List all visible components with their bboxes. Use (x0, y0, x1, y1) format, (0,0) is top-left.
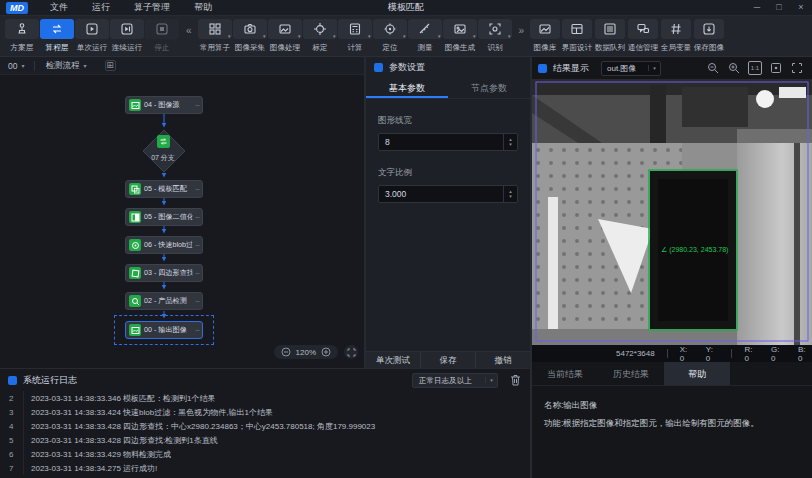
log-row[interactable]: 3 2023-03-31 14:38:33.424 快速blob过滤：黑色视为物… (0, 405, 530, 419)
spinner-control[interactable]: ▴▾ (503, 186, 517, 202)
global-save-image[interactable]: 保存图像 (693, 19, 725, 53)
fullscreen-button[interactable] (790, 61, 804, 75)
log-row[interactable]: 6 2023-03-31 14:38:33.429 物料检测完成 (0, 447, 530, 461)
parameter-panel-title: 参数设置 (389, 61, 425, 74)
pixel-g: G: 0 (771, 345, 786, 363)
menu-operator-manage[interactable]: 算子管理 (122, 0, 182, 15)
menu-file[interactable]: 文件 (38, 0, 80, 15)
close-button[interactable]: × (790, 0, 812, 15)
flow-node-image-source[interactable]: 04 - 图像源 ··· (125, 96, 203, 114)
node-more-button[interactable]: ··· (195, 214, 199, 221)
category-measure[interactable]: ▾ 测量 (408, 19, 442, 53)
log-panel-icon (8, 376, 17, 385)
node-more-button[interactable]: ··· (195, 327, 199, 334)
node-more-button[interactable]: ··· (195, 186, 199, 193)
maximize-button[interactable]: □ (768, 0, 790, 15)
collapse-right-button[interactable]: » (519, 25, 525, 36)
dropdown-caret-icon: ▾ (228, 34, 231, 39)
tab-help[interactable]: 帮助 (664, 362, 730, 385)
category-common-operators[interactable]: ▾ 常用算子 (198, 19, 232, 53)
category-image-capture[interactable]: ▾ 图像采集 (233, 19, 267, 53)
undo-button[interactable]: 撤销 (475, 352, 530, 368)
category-image-generate[interactable]: ▾ 图像生成 (443, 19, 477, 53)
flow-expand-icon[interactable]: ⊞ (105, 60, 116, 71)
flow-node-product-detect[interactable]: 02 - 产品检测 ··· (125, 292, 203, 310)
flow-index[interactable]: 00 (8, 61, 17, 71)
node-more-button[interactable]: ··· (195, 102, 199, 109)
spinner-down-icon[interactable]: ▾ (509, 142, 512, 147)
single-test-button[interactable]: 单次测试 (366, 352, 420, 368)
chevron-down-icon: ▾ (21, 62, 24, 69)
line-width-input[interactable]: 8 ▴▾ (378, 133, 518, 151)
canvas-fit-button[interactable] (344, 345, 358, 359)
image-annotation: ∠ (2980.23, 2453.78) (661, 246, 728, 254)
tool-scheme-layer[interactable]: 方案层 (5, 19, 39, 53)
tab-node-params[interactable]: 节点参数 (448, 77, 530, 98)
node-more-button[interactable]: ··· (195, 242, 199, 249)
log-row[interactable]: 4 2023-03-31 14:38:33.428 四边形查找：中心x2980.… (0, 419, 530, 433)
node-more-button[interactable]: ··· (195, 270, 199, 277)
fit-image-button[interactable] (769, 61, 783, 75)
image-zoom-in-button[interactable] (727, 61, 741, 75)
clear-log-button[interactable] (508, 373, 522, 387)
menu-run[interactable]: 运行 (80, 0, 122, 15)
category-calibration[interactable]: ▾ 标定 (303, 19, 337, 53)
global-label: 数据队列 (595, 42, 625, 52)
flow-title[interactable]: 检测流程 (45, 60, 79, 72)
log-row-text: 2023-03-31 14:38:33.428 四边形查找:检测到1条直线 (24, 435, 218, 446)
log-panel-title: 系统运行日志 (23, 374, 77, 387)
spinner-control[interactable]: ▴▾ (503, 134, 517, 150)
category-calculate[interactable]: ▾ 计算 (338, 19, 372, 53)
collapse-left-button[interactable]: « (186, 25, 192, 36)
log-filter-select[interactable]: 正常日志及以上 ▾ (412, 373, 498, 388)
global-image-library[interactable]: 图像库 (530, 19, 560, 53)
text-scale-input[interactable]: 3.000 ▴▾ (378, 185, 518, 203)
result-image-viewport[interactable]: ∠ (2980.23, 2453.78) (532, 79, 812, 345)
tool-run-once[interactable]: 单次运行 (75, 19, 109, 53)
global-communication[interactable]: 通信管理 (627, 19, 659, 53)
recognition-icon: ▾ (478, 19, 512, 39)
tool-process-layer[interactable]: 算程层 (40, 19, 74, 53)
save-button[interactable]: 保存 (420, 352, 475, 368)
flow-node-quad-find[interactable]: 03 - 四边形查找 ··· (125, 264, 203, 282)
branch-node-label[interactable]: 07 分支 (123, 153, 203, 163)
tool-run-continuous[interactable]: 连续运行 (110, 19, 144, 53)
menu-help[interactable]: 帮助 (182, 0, 224, 15)
tool-label: 停止 (154, 42, 169, 52)
flow-node-binarize[interactable]: 05 - 图像二值化 ··· (125, 208, 203, 226)
image-zoom-out-button[interactable] (706, 61, 720, 75)
global-data-queue[interactable]: 数据队列 (594, 19, 626, 53)
log-header: 系统运行日志 正常日志及以上 ▾ (0, 369, 530, 391)
branch-node-icon[interactable] (157, 135, 170, 148)
flow-node-output-image[interactable]: 00 - 输出图像 ··· (125, 321, 203, 339)
flow-node-blob-filter[interactable]: 06 - 快速blob过滤 ··· (125, 236, 203, 254)
node-more-button[interactable]: ··· (195, 298, 199, 305)
node-label: 06 - 快速blob过滤 (144, 240, 192, 250)
log-rows[interactable]: 2 2023-03-31 14:38:33.346 模板匹配：检测到1个结果 3… (0, 391, 530, 475)
log-row[interactable]: 2 2023-03-31 14:38:33.346 模板匹配：检测到1个结果 (0, 391, 530, 405)
result-source-select[interactable]: out.图像 ▾ (601, 61, 661, 76)
global-ui-design[interactable]: 界面设计 (561, 19, 593, 53)
minimize-button[interactable]: ─ (746, 0, 768, 15)
one-to-one-button[interactable]: 1:1 (748, 61, 762, 75)
tool-stop[interactable]: 停止 (145, 19, 179, 53)
flow-node-template-match[interactable]: 05 - 模板匹配 ··· (125, 180, 203, 198)
category-image-processing[interactable]: ▾ 图像处理 (268, 19, 302, 53)
tab-history-result[interactable]: 历史结果 (598, 362, 664, 385)
log-row-text: 2023-03-31 14:38:33.428 四边形查找：中心x2980.23… (24, 421, 375, 432)
result-panel-title: 结果显示 (553, 62, 589, 75)
flow-canvas[interactable]: 04 - 图像源 ··· 07 分支 05 - 模板匹配 ··· 05 - 图像… (0, 75, 364, 367)
log-row[interactable]: 7 2023-03-31 14:38:34.275 运行成功! (0, 461, 530, 475)
log-row[interactable]: 5 2023-03-31 14:38:33.428 四边形查找:检测到1条直线 (0, 433, 530, 447)
image-library-icon (530, 19, 560, 39)
category-locate[interactable]: ▾ 定位 (373, 19, 407, 53)
tab-current-result[interactable]: 当前结果 (532, 362, 598, 385)
zoom-in-icon[interactable] (321, 347, 331, 357)
global-variables[interactable]: 全局变量 (660, 19, 692, 53)
log-row-number: 2 (0, 391, 24, 405)
tab-basic-params[interactable]: 基本参数 (366, 77, 448, 98)
dropdown-caret-icon: ▾ (298, 34, 301, 39)
spinner-down-icon[interactable]: ▾ (509, 194, 512, 199)
category-recognition[interactable]: ▾ 识别 (478, 19, 512, 53)
zoom-out-icon[interactable] (281, 347, 291, 357)
